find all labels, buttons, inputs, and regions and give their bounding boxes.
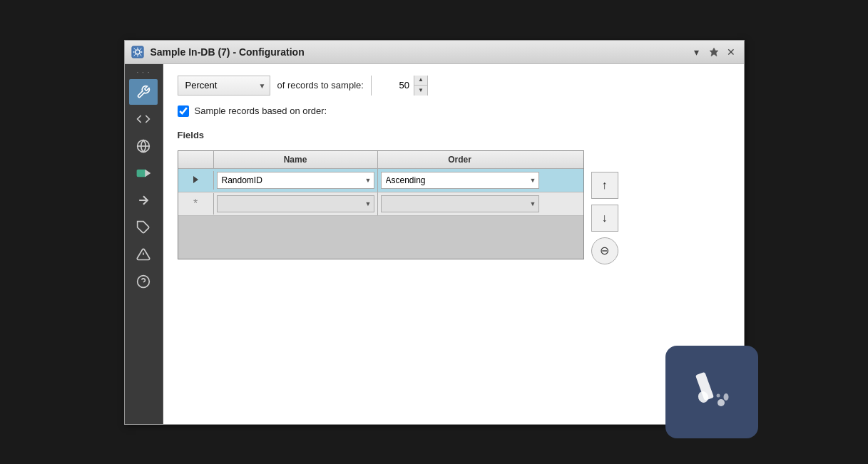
sidebar-item-help[interactable] <box>129 269 158 294</box>
name-select-wrapper: RandomID ▼ <box>217 172 374 189</box>
title-bar: Sample In-DB (7) - Configuration ▾ ✕ <box>125 41 744 64</box>
mode-dropdown[interactable]: Percent N records Random <box>178 76 270 96</box>
svg-point-14 <box>718 399 725 406</box>
sidebar-grip: · · · <box>137 67 150 78</box>
sidebar-item-arrow-right[interactable] <box>129 160 158 186</box>
row-name-cell: RandomID ▼ <box>214 169 378 192</box>
name-select[interactable]: RandomID <box>217 172 374 189</box>
mode-dropdown-wrapper: Percent N records Random ▼ <box>178 76 270 96</box>
close-button[interactable]: ✕ <box>724 45 738 59</box>
main-content: Percent N records Random ▼ of records to… <box>163 64 744 424</box>
order-checkbox[interactable] <box>178 105 189 117</box>
sample-value-spinner: ▲ ▼ <box>371 76 428 96</box>
spinner-buttons: ▲ ▼ <box>414 76 427 96</box>
window-title: Sample In-DB (7) - Configuration <box>150 46 684 58</box>
move-down-button[interactable]: ↓ <box>591 205 618 232</box>
sidebar-item-tool[interactable] <box>129 79 158 105</box>
side-buttons: ↑ ↓ ⊖ <box>591 172 618 264</box>
order-select[interactable]: Ascending Descending <box>381 172 539 189</box>
table-fill <box>178 216 583 259</box>
watermark-icon <box>665 346 758 438</box>
sidebar-item-network[interactable] <box>129 133 158 159</box>
sidebar-item-tag[interactable] <box>129 215 158 240</box>
table-header: Name Order <box>178 151 583 169</box>
sidebar-item-code[interactable] <box>129 106 158 132</box>
order-checkbox-label: Sample records based on order: <box>195 105 327 116</box>
table-row: RandomID ▼ Ascending Descending <box>178 169 583 192</box>
row-arrow-icon <box>193 176 198 183</box>
move-up-button[interactable]: ↑ <box>591 172 618 199</box>
configuration-window: Sample In-DB (7) - Configuration ▾ ✕ · ·… <box>124 40 745 425</box>
col-header-rownum <box>178 151 214 168</box>
row-order-cell: Ascending Descending ▼ <box>378 169 542 192</box>
order-checkbox-row: Sample records based on order: <box>178 105 730 117</box>
spinner-up-button[interactable]: ▲ <box>414 76 427 86</box>
sample-value-input[interactable] <box>372 76 414 96</box>
name-select-empty[interactable] <box>217 195 374 212</box>
dropdown-button[interactable]: ▾ <box>690 45 704 59</box>
delete-button[interactable]: ⊖ <box>591 237 618 264</box>
svg-rect-4 <box>138 170 146 175</box>
svg-marker-5 <box>145 170 149 175</box>
fields-label: Fields <box>178 130 730 140</box>
name-select-wrapper-empty: ▼ <box>217 195 374 212</box>
sidebar: · · · <box>125 64 163 424</box>
row-indicator <box>178 171 214 190</box>
table-area: Name Order RandomID <box>178 150 730 264</box>
order-select-wrapper: Ascending Descending ▼ <box>381 172 539 189</box>
col-header-order: Order <box>378 151 542 168</box>
col-header-extra <box>542 151 583 168</box>
fields-table: Name Order RandomID <box>178 150 584 259</box>
window-body: · · · <box>125 64 744 424</box>
col-header-name: Name <box>214 151 378 168</box>
spinner-down-button[interactable]: ▼ <box>414 86 427 96</box>
sampling-row: Percent N records Random ▼ of records to… <box>178 76 730 96</box>
table-row: * ▼ <box>178 192 583 216</box>
title-bar-controls: ▾ ✕ <box>690 45 738 59</box>
pin-button[interactable] <box>707 45 721 59</box>
row-indicator-new: * <box>178 193 214 215</box>
svg-point-15 <box>723 393 728 401</box>
sidebar-item-warning[interactable] <box>129 242 158 267</box>
row-order-cell-empty: ▼ <box>378 192 542 215</box>
row-name-cell-empty: ▼ <box>214 192 378 215</box>
sidebar-item-arrow-right2[interactable] <box>129 187 158 213</box>
order-select-empty[interactable] <box>381 195 539 212</box>
svg-point-16 <box>716 393 720 397</box>
of-records-label: of records to sample: <box>277 80 364 91</box>
window-icon <box>131 45 145 59</box>
order-select-wrapper-empty: ▼ <box>381 195 539 212</box>
